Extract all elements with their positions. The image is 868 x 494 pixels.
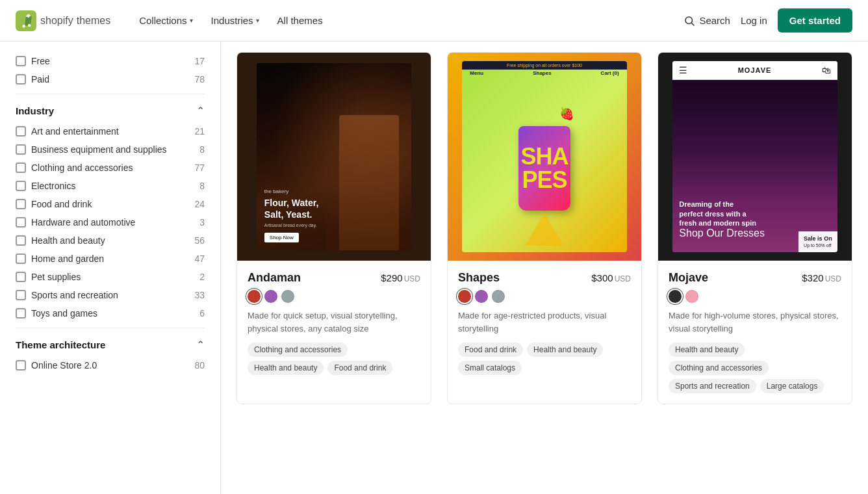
theme-tag-mojave-0[interactable]: Health and beauty	[669, 343, 745, 357]
search-button[interactable]: Search	[683, 15, 730, 27]
color-swatch-andaman-2[interactable]	[281, 290, 294, 303]
industry-filter-row-3[interactable]: Electronics 8	[16, 177, 205, 195]
nav-links: Collections ▾ Industries ▾ All themes	[131, 10, 683, 31]
theme-tag-shapes-1[interactable]: Health and beauty	[527, 343, 603, 357]
theme-tags-shapes: Food and drinkHealth and beautySmall cat…	[458, 343, 631, 375]
svg-point-1	[23, 25, 25, 27]
industry-checkbox-6[interactable]	[16, 235, 26, 246]
sidebar: Free 17 Paid 78 Industry ⌃ Art and enter…	[0, 42, 221, 494]
andaman-preview-image: the bakery Flour, Water,Salt, Yeast. Art…	[237, 53, 431, 261]
industry-count-10: 6	[199, 308, 205, 318]
all-themes-link[interactable]: All themes	[270, 10, 331, 31]
color-swatch-andaman-1[interactable]	[264, 290, 277, 303]
theme-colors-andaman	[248, 290, 420, 303]
industry-filter-row-7[interactable]: Home and garden 47	[16, 250, 205, 268]
industry-filter-row-5[interactable]: Hardware and automotive 3	[16, 213, 205, 231]
industry-label-4: Food and drink	[31, 199, 92, 209]
industry-checkbox-3[interactable]	[16, 181, 26, 191]
industry-checkbox-8[interactable]	[16, 272, 26, 282]
theme-name-mojave: Mojave	[669, 271, 708, 285]
industry-filter-row-8[interactable]: Pet supplies 2	[16, 268, 205, 286]
industry-filter-row-6[interactable]: Health and beauty 56	[16, 231, 205, 250]
theme-card-andaman[interactable]: the bakery Flour, Water,Salt, Yeast. Art…	[236, 52, 431, 404]
industry-filter-row-9[interactable]: Sports and recreation 33	[16, 286, 205, 304]
industry-checkbox-0[interactable]	[16, 126, 26, 136]
theme-info-shapes: Shapes $300USD Made for age-restricted p…	[448, 261, 641, 385]
theme-tag-mojave-3[interactable]: Large catalogs	[760, 379, 824, 393]
industry-label-5: Hardware and automotive	[31, 217, 135, 228]
color-swatch-mojave-0[interactable]	[669, 290, 682, 303]
color-swatch-shapes-1[interactable]	[475, 290, 488, 303]
industry-checkbox-10[interactable]	[16, 308, 26, 318]
industry-count-4: 24	[194, 199, 205, 209]
mojave-preview-image: ☰ MOJAVE 🛍 Free Shipping on Orders Over …	[658, 53, 852, 261]
architecture-collapse-icon[interactable]: ⌃	[196, 339, 205, 351]
logo-brand: shopify	[40, 15, 73, 26]
industry-label-3: Electronics	[31, 181, 75, 191]
svg-point-3	[685, 17, 693, 24]
theme-card-shapes[interactable]: Free shipping on all orders over $100 Me…	[447, 52, 642, 404]
theme-colors-shapes	[458, 290, 631, 303]
industry-label-9: Sports and recreation	[31, 290, 118, 300]
theme-price-shapes: $300USD	[591, 272, 631, 283]
industry-checkbox-5[interactable]	[16, 217, 26, 228]
industries-link[interactable]: Industries ▾	[203, 10, 267, 31]
free-count: 17	[194, 56, 205, 66]
architecture-checkbox-0[interactable]	[16, 360, 26, 370]
industry-count-0: 21	[194, 126, 205, 136]
get-started-button[interactable]: Get started	[778, 8, 852, 32]
collections-link[interactable]: Collections ▾	[131, 10, 200, 31]
industry-section-header[interactable]: Industry ⌃	[16, 94, 205, 122]
architecture-section-header[interactable]: Theme architecture ⌃	[16, 328, 205, 356]
industry-collapse-icon[interactable]: ⌃	[196, 105, 205, 117]
theme-preview-mojave: ☰ MOJAVE 🛍 Free Shipping on Orders Over …	[658, 53, 852, 261]
paid-count: 78	[194, 74, 205, 84]
theme-tag-andaman-0[interactable]: Clothing and accessories	[248, 343, 348, 357]
industry-filter-row-2[interactable]: Clothing and accessories 77	[16, 159, 205, 177]
theme-tag-shapes-2[interactable]: Small catalogs	[458, 361, 522, 375]
industry-checkbox-1[interactable]	[16, 144, 26, 155]
color-swatch-andaman-0[interactable]	[248, 290, 261, 303]
logo[interactable]: shopify themes	[16, 10, 110, 31]
industry-checkbox-2[interactable]	[16, 162, 26, 173]
theme-preview-shapes: Free shipping on all orders over $100 Me…	[448, 53, 641, 261]
svg-line-4	[692, 23, 695, 25]
search-label: Search	[699, 15, 730, 26]
free-label: Free	[31, 56, 50, 66]
industry-checkbox-7[interactable]	[16, 254, 26, 264]
color-swatch-shapes-0[interactable]	[458, 290, 471, 303]
theme-tag-andaman-2[interactable]: Food and drink	[327, 361, 392, 375]
free-checkbox[interactable]	[16, 56, 26, 66]
industry-filter-group: Art and entertainment 21 Business equipm…	[16, 122, 205, 322]
architecture-filter-row-0[interactable]: Online Store 2.0 80	[16, 356, 205, 374]
free-filter-row[interactable]: Free 17	[16, 52, 205, 70]
industry-count-2: 77	[194, 162, 205, 173]
industry-checkbox-9[interactable]	[16, 290, 26, 300]
industry-label-10: Toys and games	[31, 308, 97, 318]
theme-tag-andaman-1[interactable]: Health and beauty	[248, 361, 324, 375]
paid-label: Paid	[31, 74, 49, 84]
themes-content: the bakery Flour, Water,Salt, Yeast. Art…	[221, 42, 868, 494]
color-swatch-shapes-2[interactable]	[492, 290, 505, 303]
paid-checkbox[interactable]	[16, 74, 26, 84]
theme-tag-mojave-2[interactable]: Sports and recreation	[669, 379, 756, 393]
theme-tag-mojave-1[interactable]: Clothing and accessories	[669, 361, 769, 375]
industry-label-2: Clothing and accessories	[31, 162, 133, 173]
industry-filter-row-0[interactable]: Art and entertainment 21	[16, 122, 205, 140]
industry-filter-row-1[interactable]: Business equipment and supplies 8	[16, 140, 205, 159]
theme-preview-andaman: the bakery Flour, Water,Salt, Yeast. Art…	[237, 53, 431, 261]
theme-card-mojave[interactable]: ☰ MOJAVE 🛍 Free Shipping on Orders Over …	[657, 52, 852, 404]
industry-filter-row-4[interactable]: Food and drink 24	[16, 195, 205, 213]
industry-section-title: Industry	[16, 105, 54, 116]
login-button[interactable]: Log in	[741, 15, 767, 26]
industry-label-7: Home and garden	[31, 254, 104, 264]
themes-grid: the bakery Flour, Water,Salt, Yeast. Art…	[236, 52, 852, 404]
industry-filter-row-10[interactable]: Toys and games 6	[16, 304, 205, 322]
pricing-filter-group: Free 17 Paid 78	[16, 52, 205, 88]
industry-checkbox-4[interactable]	[16, 199, 26, 209]
theme-tag-shapes-0[interactable]: Food and drink	[458, 343, 523, 357]
paid-filter-row[interactable]: Paid 78	[16, 70, 205, 88]
shapes-preview-image: Free shipping on all orders over $100 Me…	[448, 53, 641, 261]
industry-count-8: 2	[199, 272, 205, 282]
color-swatch-mojave-1[interactable]	[685, 290, 698, 303]
